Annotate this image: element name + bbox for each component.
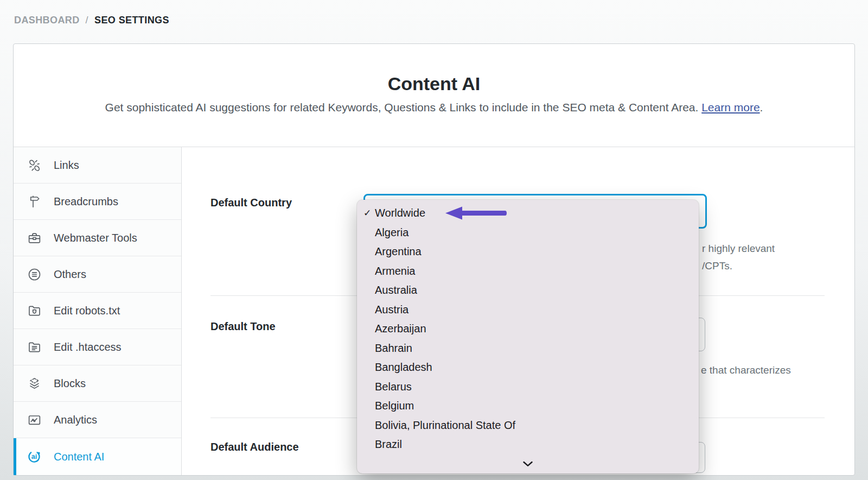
dropdown-option[interactable]: ✓Australia xyxy=(357,281,699,300)
sidebar-item-label: Breadcrumbs xyxy=(54,195,118,208)
dropdown-option[interactable]: ✓Bolivia, Plurinational State Of xyxy=(357,416,699,435)
sidebar-item-label: Edit .htaccess xyxy=(54,341,122,353)
dropdown-option-worldwide[interactable]: ✓ Worldwide xyxy=(357,204,699,223)
sidebar-item-content-ai[interactable]: ai Content AI xyxy=(14,438,181,475)
sidebar-item-label: Others xyxy=(54,268,86,281)
breadcrumb-current: SEO SETTINGS xyxy=(94,15,169,26)
sidebar-item-label: Content AI xyxy=(54,451,104,463)
settings-sidebar: Links Breadcrumbs Webmaster Tools xyxy=(14,147,182,475)
sidebar-item-edit-htaccess[interactable]: Edit .htaccess xyxy=(14,329,181,365)
dropdown-option[interactable]: ✓Belarus xyxy=(357,377,699,397)
svg-text:ai: ai xyxy=(31,453,37,460)
sidebar-item-webmaster-tools[interactable]: Webmaster Tools xyxy=(14,220,181,256)
sidebar-item-label: Edit robots.txt xyxy=(54,305,120,317)
breadcrumb: DASHBOARD/SEO SETTINGS xyxy=(14,15,169,26)
default-country-label: Default Country xyxy=(210,197,292,209)
layers-icon xyxy=(27,376,42,391)
sidebar-item-label: Analytics xyxy=(54,414,97,426)
annotation-arrow-left-icon xyxy=(445,206,507,220)
sidebar-item-breadcrumbs[interactable]: Breadcrumbs xyxy=(14,184,181,220)
default-tone-label: Default Tone xyxy=(210,320,276,333)
folder-lines-icon xyxy=(27,339,42,355)
broken-link-icon xyxy=(27,157,42,173)
country-desc-fragment-1: r highly relevant xyxy=(702,242,775,255)
dropdown-option[interactable]: ✓Austria xyxy=(357,300,699,320)
sidebar-item-label: Links xyxy=(54,159,79,172)
chevron-down-icon[interactable] xyxy=(357,458,699,470)
breadcrumb-separator: / xyxy=(86,15,88,26)
sidebar-item-edit-robots[interactable]: Edit robots.txt xyxy=(14,293,181,329)
dropdown-option[interactable]: ✓Armenia xyxy=(357,262,699,281)
breadcrumb-dashboard-link[interactable]: DASHBOARD xyxy=(14,15,80,26)
sidebar-item-others[interactable]: Others xyxy=(14,256,181,293)
sidebar-item-analytics[interactable]: Analytics xyxy=(14,402,181,438)
tone-desc-fragment: e that characterizes xyxy=(701,364,791,376)
dropdown-option[interactable]: ✓Azerbaijan xyxy=(357,319,699,339)
dropdown-option[interactable]: ✓Belgium xyxy=(357,396,699,416)
dropdown-option[interactable]: ✓Brazil xyxy=(357,435,699,454)
checkmark-icon: ✓ xyxy=(362,207,373,219)
page-title: Content AI xyxy=(14,44,854,94)
signpost-icon xyxy=(27,194,42,209)
card-header: Content AI Get sophisticated AI suggesti… xyxy=(14,44,854,147)
sidebar-item-links[interactable]: Links xyxy=(14,147,181,184)
country-dropdown-menu: ✓ Worldwide ✓Algeria ✓Argentina ✓Armenia… xyxy=(357,200,699,473)
dropdown-option[interactable]: ✓Argentina xyxy=(357,242,699,262)
folder-shield-icon xyxy=(27,303,42,318)
sidebar-item-blocks[interactable]: Blocks xyxy=(14,365,181,402)
dropdown-option[interactable]: ✓Bangladesh xyxy=(357,358,699,377)
content-ai-icon: ai xyxy=(27,449,42,464)
page-subtitle: Get sophisticated AI suggestions for rel… xyxy=(14,94,854,114)
chart-icon xyxy=(27,412,42,427)
country-desc-fragment-2: /CPTs. xyxy=(702,260,732,272)
toolbox-icon xyxy=(27,230,42,245)
dropdown-option[interactable]: ✓Bahrain xyxy=(357,339,699,358)
default-audience-label: Default Audience xyxy=(210,441,299,453)
circle-list-icon xyxy=(27,267,42,282)
sidebar-item-label: Webmaster Tools xyxy=(54,232,137,244)
sidebar-item-label: Blocks xyxy=(54,377,86,390)
page-subtitle-text: Get sophisticated AI suggestions for rel… xyxy=(105,101,699,113)
subtitle-period: . xyxy=(760,101,763,113)
learn-more-link[interactable]: Learn more xyxy=(701,101,760,113)
dropdown-option[interactable]: ✓Algeria xyxy=(357,223,699,243)
